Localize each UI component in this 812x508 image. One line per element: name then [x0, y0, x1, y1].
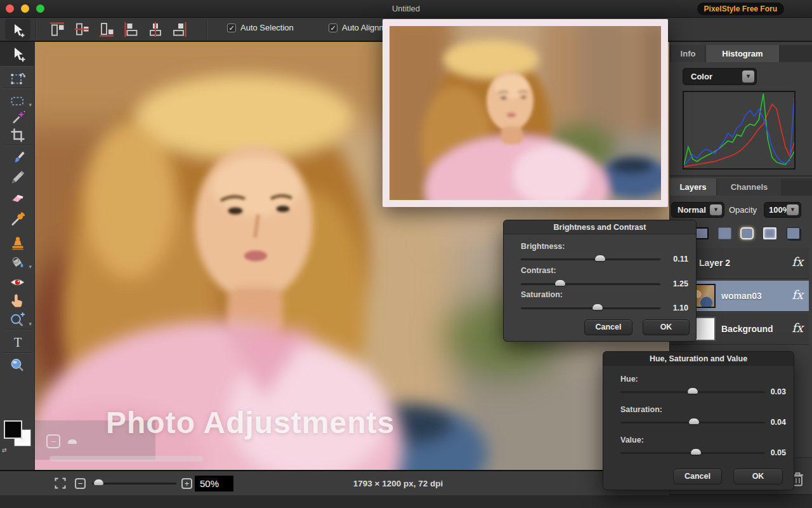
tool-zoom-in[interactable]: ▾ [0, 309, 35, 331]
opacity-select[interactable]: 100% ▼ [764, 202, 801, 218]
layer-style-button-3[interactable] [740, 227, 754, 239]
tab-info[interactable]: Info [671, 45, 705, 62]
info-histogram-tab-row: Info Histogram [670, 45, 812, 62]
tool-transform[interactable] [0, 67, 35, 89]
hue-slider-thumb[interactable] [688, 388, 698, 394]
checkmark-icon: ✓ [329, 23, 337, 32]
swap-colors-icon[interactable]: ⇄ [2, 447, 7, 453]
layer-effects-fx-icon[interactable]: fx [792, 321, 803, 335]
value-slider-thumb[interactable] [691, 449, 701, 455]
tool-brush[interactable] [0, 147, 35, 169]
tool-clone-stamp[interactable] [0, 232, 35, 254]
layer-style-button-1[interactable] [695, 227, 709, 239]
pencil-tool-icon [10, 169, 26, 185]
tool-pencil[interactable] [0, 166, 35, 188]
blend-mode-value: Normal [678, 205, 706, 215]
magic-wand-tool-icon [10, 109, 26, 126]
tool-zoom[interactable] [0, 354, 35, 376]
status-bar: − + 50% 1793 × 1200 px, 72 dpi [0, 470, 669, 495]
tool-move[interactable] [0, 42, 35, 65]
align-middle-horizontal-icon[interactable] [74, 22, 89, 37]
saturation-slider-thumb[interactable] [689, 418, 699, 424]
preview-photo-image [390, 26, 661, 200]
chevron-down-icon: ▼ [787, 204, 799, 215]
saturation-label: Saturation: [620, 405, 662, 414]
tool-paint-bucket[interactable]: ▾ [0, 252, 35, 274]
value-slider[interactable] [620, 452, 765, 454]
zoom-slider[interactable] [92, 483, 176, 485]
foreground-color-swatch[interactable] [4, 420, 22, 439]
transform-tool-icon [9, 70, 26, 87]
layer-effects-fx-icon[interactable]: fx [792, 255, 803, 269]
horizontal-scrollbar[interactable] [49, 456, 204, 462]
layer-name: Layer 2 [699, 258, 730, 268]
histogram-channel-select[interactable]: Color ▼ [683, 68, 757, 85]
layer-style-button-5[interactable] [787, 227, 800, 239]
blend-mode-select[interactable]: Normal ▼ [671, 202, 724, 218]
toolbar-separator [206, 20, 207, 39]
contrast-label: Contrast: [521, 266, 556, 275]
brightness-slider-thumb[interactable] [595, 255, 605, 261]
tool-smudge[interactable] [0, 290, 35, 311]
move-tool-icon [10, 46, 26, 62]
saturation-label: Saturation: [521, 290, 563, 299]
preview-window[interactable] [383, 19, 668, 207]
histogram-channel-value: Color [691, 72, 712, 81]
hue-slider[interactable] [620, 391, 765, 393]
brush-tool-icon [10, 150, 26, 166]
tab-histogram[interactable]: Histogram [706, 45, 779, 62]
align-left-icon[interactable] [124, 22, 139, 37]
tab-layers[interactable]: Layers [670, 178, 716, 196]
auto-selection-checkbox[interactable]: ✓ Auto Selection [227, 23, 294, 32]
ghost-slider-thumb [68, 439, 77, 444]
smudge-finger-tool-icon [9, 292, 26, 309]
fit-screen-icon[interactable] [55, 478, 66, 489]
tool-text[interactable]: T [0, 331, 35, 353]
align-right-icon[interactable] [172, 22, 187, 37]
svg-text:T: T [13, 335, 21, 349]
tool-crop[interactable] [0, 124, 35, 146]
cancel-button[interactable]: Cancel [584, 319, 632, 335]
ok-button[interactable]: OK [643, 319, 690, 335]
contrast-slider-thumb[interactable] [555, 280, 565, 286]
tools-separator [3, 329, 32, 330]
histogram-panel [683, 91, 796, 170]
layer-style-button-4[interactable] [763, 227, 776, 239]
ok-button[interactable]: OK [733, 469, 783, 485]
cancel-button[interactable]: Cancel [673, 469, 722, 485]
layer-style-button-2[interactable] [718, 227, 731, 239]
contrast-value: 1.25 [659, 279, 688, 288]
tools-palette: ▾ [0, 42, 35, 470]
align-bottom-icon[interactable] [99, 22, 114, 37]
tools-separator [3, 352, 32, 353]
align-center-vertical-icon[interactable] [148, 22, 163, 37]
hue-label: Hue: [620, 375, 638, 384]
zoom-level-field[interactable]: 50% [195, 476, 233, 491]
brightness-slider[interactable] [521, 258, 660, 260]
layer-name: woman03 [721, 291, 762, 301]
auto-selection-label: Auto Selection [240, 23, 294, 32]
zoom-out-button[interactable]: − [75, 478, 86, 489]
saturation-slider[interactable] [521, 307, 660, 309]
saturation-value: 0.04 [757, 418, 786, 427]
color-swatches: ⇄ [0, 419, 35, 457]
move-tool-option-button[interactable] [5, 19, 30, 40]
eraser-tool-icon [10, 188, 26, 204]
brightness-contrast-dialog: Brightness and Contrast Brightness: 0.11… [503, 220, 697, 342]
tools-separator [3, 145, 32, 145]
saturation-slider[interactable] [620, 422, 765, 424]
toolbar-separator [36, 20, 36, 39]
tool-eyedropper[interactable] [0, 208, 35, 230]
zoom-in-button[interactable]: + [181, 478, 192, 489]
saturation-slider-thumb[interactable] [593, 304, 603, 310]
contrast-slider[interactable] [521, 283, 660, 285]
hue-saturation-value-dialog: Hue, Saturation and Value Hue: 0.03 Satu… [603, 351, 794, 490]
tool-eraser[interactable] [0, 185, 35, 207]
window-title: Untitled [0, 4, 812, 13]
tab-channels[interactable]: Channels [717, 178, 781, 196]
zoom-slider-thumb[interactable] [94, 479, 103, 485]
layer-effects-fx-icon[interactable]: fx [792, 288, 803, 302]
license-badge[interactable]: PixelStyle Free Foru [697, 3, 784, 15]
saturation-value: 1.10 [659, 304, 688, 312]
align-top-icon[interactable] [49, 22, 65, 37]
